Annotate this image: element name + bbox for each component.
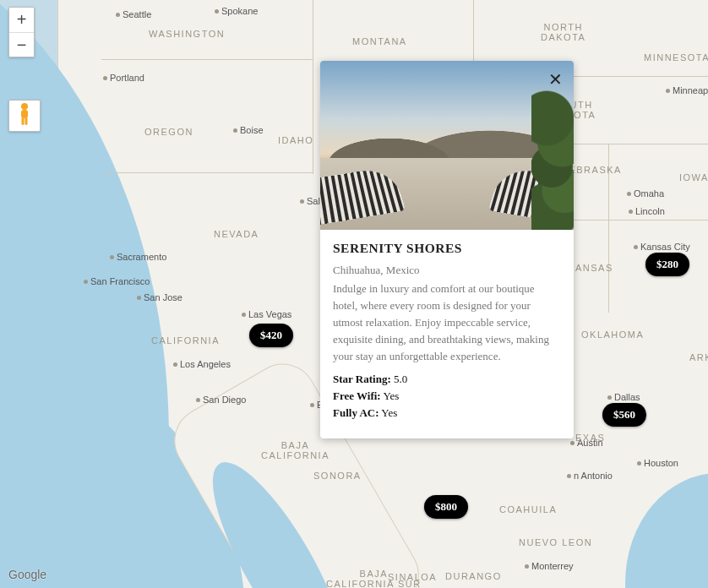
hotel-info-card: ✕ SERENITY SHORES Chihuahua, Mexico Indu… <box>320 61 574 438</box>
city-dot <box>110 255 114 259</box>
pegman-button[interactable] <box>8 100 41 132</box>
city-dot <box>567 474 571 478</box>
close-icon[interactable]: ✕ <box>545 69 565 90</box>
hotel-title: SERENITY SHORES <box>333 241 561 256</box>
city-dot <box>607 395 612 400</box>
city-dot <box>196 398 200 402</box>
border-line <box>608 144 609 313</box>
border-line <box>313 0 313 174</box>
city-dot <box>242 313 246 317</box>
svg-point-0 <box>21 103 28 110</box>
city-dot <box>627 192 631 196</box>
city-dot <box>634 245 638 249</box>
hotel-description: Indulge in luxury and comfort at our bou… <box>333 280 561 366</box>
city-dot <box>637 461 641 466</box>
city-dot <box>103 76 107 80</box>
hotel-attr-rating: Star Rating: 5.0 <box>333 371 561 388</box>
city-dot <box>629 210 633 214</box>
zoom-in-button[interactable]: + <box>9 8 34 32</box>
city-dot <box>137 296 141 300</box>
city-dot <box>215 9 219 14</box>
hotel-hero-image <box>320 61 574 230</box>
map-canvas[interactable]: SeattleSpokanePortlandBoiseSacramentoSan… <box>0 0 708 588</box>
city-dot <box>570 441 575 445</box>
price-marker[interactable]: $560 <box>602 403 646 427</box>
city-dot <box>525 564 529 569</box>
zoom-out-button[interactable]: − <box>9 32 34 57</box>
svg-rect-1 <box>21 110 28 118</box>
city-dot <box>84 280 88 284</box>
svg-rect-3 <box>25 117 28 125</box>
pegman-icon <box>17 102 32 129</box>
price-marker[interactable]: $800 <box>424 495 468 519</box>
hotel-attr-ac: Fully AC: Yes <box>333 405 561 422</box>
city-dot <box>666 89 670 93</box>
price-marker[interactable]: $420 <box>249 324 293 347</box>
border-line <box>101 59 313 60</box>
city-dot <box>173 362 177 367</box>
city-dot <box>310 403 314 407</box>
google-logo: Google <box>8 568 46 581</box>
price-marker[interactable]: $280 <box>645 253 689 276</box>
zoom-control: + − <box>8 7 35 57</box>
svg-rect-2 <box>22 117 25 125</box>
city-dot <box>300 199 304 204</box>
city-dot <box>116 13 120 17</box>
city-dot <box>233 128 237 133</box>
border-line <box>101 172 313 173</box>
hotel-attr-wifi: Free Wifi: Yes <box>333 388 561 405</box>
hotel-location: Chihuahua, Mexico <box>333 263 561 279</box>
